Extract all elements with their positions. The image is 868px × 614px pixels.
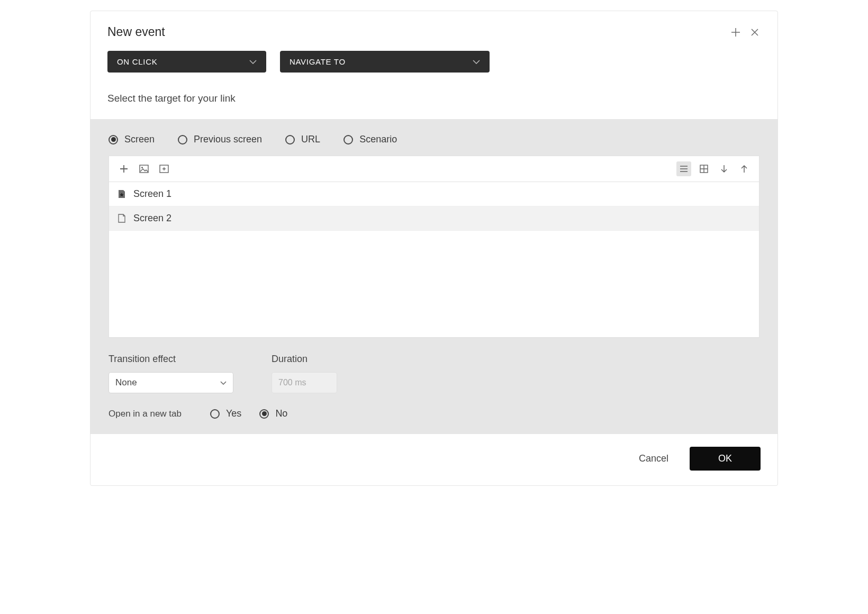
radio-icon (210, 409, 220, 419)
sort-down-button[interactable] (717, 161, 731, 176)
open-new-tab-row: Open in a new tab Yes No (108, 393, 760, 419)
radio-label: Previous screen (194, 134, 262, 145)
transition-value: None (115, 377, 137, 388)
radio-label: Scenario (359, 134, 397, 145)
new-event-dialog: New event ON CLICK NAVIGATE TO Select th… (90, 11, 778, 486)
list-view-button[interactable] (676, 161, 691, 176)
screen-row[interactable]: Screen 1 (109, 182, 759, 206)
screen-row-label: Screen 2 (133, 213, 171, 224)
duration-placeholder: 700 ms (278, 378, 306, 387)
radio-screen[interactable]: Screen (108, 134, 155, 145)
radio-icon (285, 135, 295, 145)
radio-yes[interactable]: Yes (210, 408, 241, 419)
target-subtitle: Select the target for your link (91, 85, 777, 119)
close-icon[interactable] (749, 26, 761, 38)
toolbar-left (116, 161, 171, 176)
radio-label: Screen (124, 134, 155, 145)
new-tab-label: Open in a new tab (108, 409, 192, 419)
add-screen-button[interactable] (116, 161, 131, 176)
header-actions (730, 26, 761, 38)
transition-label: Transition effect (108, 354, 233, 365)
radio-label: Yes (226, 408, 241, 419)
screens-toolbar (109, 156, 759, 182)
page-icon (117, 214, 126, 223)
dialog-header: New event (91, 11, 777, 51)
options-row: Transition effect None Duration 700 ms (108, 338, 760, 393)
radio-url[interactable]: URL (285, 134, 320, 145)
radio-scenario[interactable]: Scenario (343, 134, 397, 145)
home-screen-icon (117, 189, 126, 199)
transition-option: Transition effect None (108, 354, 233, 393)
image-icon[interactable] (137, 161, 151, 176)
radio-no[interactable]: No (259, 408, 287, 419)
cancel-button[interactable]: Cancel (639, 453, 668, 464)
radio-icon (108, 135, 118, 145)
radio-label: URL (301, 134, 320, 145)
screens-list: Screen 1 Screen 2 (109, 182, 759, 231)
add-image-icon[interactable] (157, 161, 171, 176)
radio-label: No (275, 408, 287, 419)
duration-option: Duration 700 ms (272, 354, 337, 393)
radio-icon (178, 135, 187, 145)
dialog-footer: Cancel OK (91, 434, 777, 485)
screens-panel: Screen 1 Screen 2 (108, 156, 760, 338)
grid-view-button[interactable] (697, 161, 711, 176)
ok-button[interactable]: OK (690, 447, 761, 471)
radio-icon (259, 409, 269, 419)
action-select-label: NAVIGATE TO (290, 57, 346, 66)
duration-input[interactable]: 700 ms (272, 372, 337, 393)
chevron-down-icon (249, 60, 257, 64)
target-type-radios: Screen Previous screen URL Scenario (108, 134, 760, 156)
chevron-down-icon (220, 381, 227, 385)
dialog-title: New event (107, 25, 165, 39)
radio-icon (343, 135, 353, 145)
radio-previous-screen[interactable]: Previous screen (178, 134, 262, 145)
svg-rect-0 (140, 165, 148, 173)
trigger-select-label: ON CLICK (117, 57, 157, 66)
duration-label: Duration (272, 354, 337, 365)
toolbar-right (676, 161, 752, 176)
event-selectors: ON CLICK NAVIGATE TO (91, 51, 777, 85)
sort-up-button[interactable] (737, 161, 752, 176)
screen-row-label: Screen 1 (133, 188, 171, 200)
svg-point-1 (141, 167, 143, 168)
trigger-select[interactable]: ON CLICK (107, 51, 266, 73)
chevron-down-icon (473, 60, 480, 64)
target-section: Screen Previous screen URL Scenario (91, 119, 777, 434)
screen-row[interactable]: Screen 2 (109, 206, 759, 231)
action-select[interactable]: NAVIGATE TO (280, 51, 490, 73)
add-icon[interactable] (730, 26, 742, 38)
transition-select[interactable]: None (108, 372, 233, 393)
